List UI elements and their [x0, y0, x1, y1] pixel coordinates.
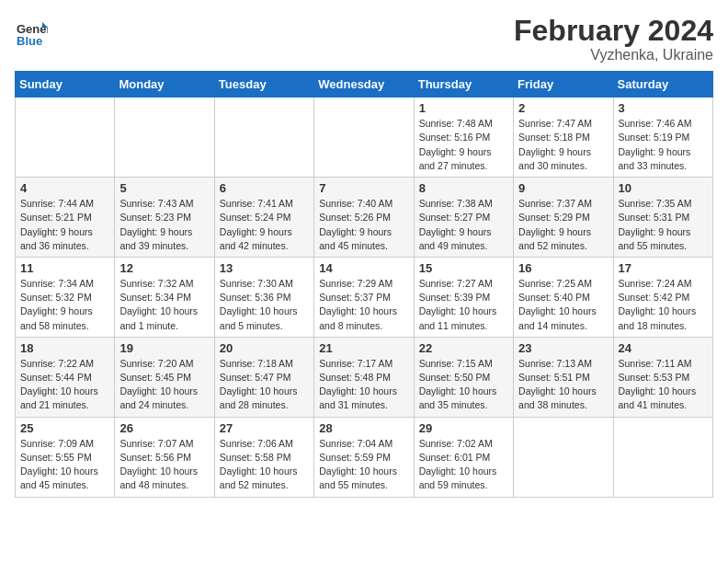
day-cell: 13Sunrise: 7:30 AM Sunset: 5:36 PM Dayli…: [214, 257, 313, 337]
day-cell: 2Sunrise: 7:47 AM Sunset: 5:18 PM Daylig…: [514, 98, 613, 178]
day-number: 19: [119, 341, 209, 355]
day-info: Sunrise: 7:34 AM Sunset: 5:32 PM Dayligh…: [20, 277, 109, 333]
weekday-wednesday: Wednesday: [314, 72, 414, 98]
day-cell: 11Sunrise: 7:34 AM Sunset: 5:32 PM Dayli…: [16, 257, 115, 337]
day-number: 9: [518, 181, 608, 195]
week-row-2: 4Sunrise: 7:44 AM Sunset: 5:21 PM Daylig…: [16, 178, 713, 258]
day-info: Sunrise: 7:24 AM Sunset: 5:42 PM Dayligh…: [619, 277, 708, 333]
day-info: Sunrise: 7:09 AM Sunset: 5:55 PM Dayligh…: [20, 437, 109, 493]
day-info: Sunrise: 7:22 AM Sunset: 5:44 PM Dayligh…: [20, 357, 109, 413]
day-number: 26: [119, 421, 209, 435]
day-number: 24: [619, 341, 708, 355]
day-number: 20: [220, 341, 309, 355]
day-info: Sunrise: 7:25 AM Sunset: 5:40 PM Dayligh…: [518, 277, 608, 333]
day-info: Sunrise: 7:27 AM Sunset: 5:39 PM Dayligh…: [419, 277, 508, 333]
day-info: Sunrise: 7:13 AM Sunset: 5:51 PM Dayligh…: [518, 357, 608, 413]
day-number: 18: [20, 341, 109, 355]
day-info: Sunrise: 7:02 AM Sunset: 6:01 PM Dayligh…: [419, 437, 508, 493]
weekday-saturday: Saturday: [613, 72, 712, 98]
day-info: Sunrise: 7:41 AM Sunset: 5:24 PM Dayligh…: [220, 197, 309, 253]
day-number: 16: [518, 261, 608, 275]
day-info: Sunrise: 7:44 AM Sunset: 5:21 PM Dayligh…: [20, 197, 109, 253]
day-number: 27: [220, 421, 309, 435]
day-cell: 1Sunrise: 7:48 AM Sunset: 5:16 PM Daylig…: [414, 98, 513, 178]
day-info: Sunrise: 7:18 AM Sunset: 5:47 PM Dayligh…: [220, 357, 309, 413]
weekday-thursday: Thursday: [414, 72, 513, 98]
day-number: 17: [619, 261, 708, 275]
day-number: 13: [220, 261, 309, 275]
day-info: Sunrise: 7:38 AM Sunset: 5:27 PM Dayligh…: [419, 197, 508, 253]
day-cell: 18Sunrise: 7:22 AM Sunset: 5:44 PM Dayli…: [16, 337, 115, 417]
day-cell: [613, 417, 712, 497]
day-number: 6: [220, 181, 309, 195]
day-cell: 9Sunrise: 7:37 AM Sunset: 5:29 PM Daylig…: [514, 178, 613, 258]
day-info: Sunrise: 7:35 AM Sunset: 5:31 PM Dayligh…: [619, 197, 708, 253]
day-cell: [514, 417, 613, 497]
day-info: Sunrise: 7:06 AM Sunset: 5:58 PM Dayligh…: [220, 437, 309, 493]
day-info: Sunrise: 7:37 AM Sunset: 5:29 PM Dayligh…: [518, 197, 608, 253]
week-row-4: 18Sunrise: 7:22 AM Sunset: 5:44 PM Dayli…: [16, 337, 713, 417]
calendar-body: 1Sunrise: 7:48 AM Sunset: 5:16 PM Daylig…: [16, 98, 713, 497]
day-cell: [314, 98, 414, 178]
week-row-5: 25Sunrise: 7:09 AM Sunset: 5:55 PM Dayli…: [16, 417, 713, 497]
day-cell: 3Sunrise: 7:46 AM Sunset: 5:19 PM Daylig…: [613, 98, 712, 178]
day-cell: 25Sunrise: 7:09 AM Sunset: 5:55 PM Dayli…: [16, 417, 115, 497]
week-row-1: 1Sunrise: 7:48 AM Sunset: 5:16 PM Daylig…: [16, 98, 713, 178]
day-cell: 28Sunrise: 7:04 AM Sunset: 5:59 PM Dayli…: [314, 417, 414, 497]
day-cell: 8Sunrise: 7:38 AM Sunset: 5:27 PM Daylig…: [414, 178, 513, 258]
day-cell: [16, 98, 115, 178]
day-number: 7: [319, 181, 408, 195]
day-number: 29: [419, 421, 508, 435]
day-cell: 21Sunrise: 7:17 AM Sunset: 5:48 PM Dayli…: [314, 337, 414, 417]
day-info: Sunrise: 7:20 AM Sunset: 5:45 PM Dayligh…: [119, 357, 209, 413]
day-cell: 26Sunrise: 7:07 AM Sunset: 5:56 PM Dayli…: [115, 417, 214, 497]
day-info: Sunrise: 7:17 AM Sunset: 5:48 PM Dayligh…: [319, 357, 408, 413]
day-info: Sunrise: 7:46 AM Sunset: 5:19 PM Dayligh…: [619, 117, 708, 173]
day-cell: 24Sunrise: 7:11 AM Sunset: 5:53 PM Dayli…: [613, 337, 712, 417]
day-cell: 6Sunrise: 7:41 AM Sunset: 5:24 PM Daylig…: [214, 178, 313, 258]
day-info: Sunrise: 7:15 AM Sunset: 5:50 PM Dayligh…: [419, 357, 508, 413]
day-number: 4: [20, 181, 109, 195]
day-cell: 19Sunrise: 7:20 AM Sunset: 5:45 PM Dayli…: [115, 337, 214, 417]
weekday-tuesday: Tuesday: [214, 72, 313, 98]
day-cell: 23Sunrise: 7:13 AM Sunset: 5:51 PM Dayli…: [514, 337, 613, 417]
day-info: Sunrise: 7:30 AM Sunset: 5:36 PM Dayligh…: [220, 277, 309, 333]
weekday-header-row: SundayMondayTuesdayWednesdayThursdayFrid…: [16, 72, 713, 98]
week-row-3: 11Sunrise: 7:34 AM Sunset: 5:32 PM Dayli…: [16, 257, 713, 337]
day-cell: 27Sunrise: 7:06 AM Sunset: 5:58 PM Dayli…: [214, 417, 313, 497]
day-info: Sunrise: 7:29 AM Sunset: 5:37 PM Dayligh…: [319, 277, 408, 333]
day-number: 8: [419, 181, 508, 195]
day-number: 5: [119, 181, 209, 195]
day-info: Sunrise: 7:47 AM Sunset: 5:18 PM Dayligh…: [518, 117, 608, 173]
day-number: 11: [20, 261, 109, 275]
day-info: Sunrise: 7:07 AM Sunset: 5:56 PM Dayligh…: [119, 437, 209, 493]
day-cell: 12Sunrise: 7:32 AM Sunset: 5:34 PM Dayli…: [115, 257, 214, 337]
day-number: 10: [619, 181, 708, 195]
day-number: 12: [119, 261, 209, 275]
day-number: 22: [419, 341, 508, 355]
day-number: 28: [319, 421, 408, 435]
day-number: 1: [419, 101, 508, 115]
title-block: February 2024 Vyzhenka, Ukraine: [514, 15, 713, 63]
page-header: General Blue February 2024 Vyzhenka, Ukr…: [15, 15, 713, 63]
day-info: Sunrise: 7:04 AM Sunset: 5:59 PM Dayligh…: [319, 437, 408, 493]
day-cell: 10Sunrise: 7:35 AM Sunset: 5:31 PM Dayli…: [613, 178, 712, 258]
logo-icon: General Blue: [15, 15, 48, 48]
day-cell: 5Sunrise: 7:43 AM Sunset: 5:23 PM Daylig…: [115, 178, 214, 258]
day-cell: 15Sunrise: 7:27 AM Sunset: 5:39 PM Dayli…: [414, 257, 513, 337]
svg-text:Blue: Blue: [17, 34, 42, 48]
calendar-subtitle: Vyzhenka, Ukraine: [514, 47, 713, 63]
day-number: 21: [319, 341, 408, 355]
weekday-monday: Monday: [115, 72, 214, 98]
day-number: 3: [619, 101, 708, 115]
calendar-table: SundayMondayTuesdayWednesdayThursdayFrid…: [15, 71, 713, 497]
day-number: 23: [518, 341, 608, 355]
day-cell: 14Sunrise: 7:29 AM Sunset: 5:37 PM Dayli…: [314, 257, 414, 337]
day-info: Sunrise: 7:32 AM Sunset: 5:34 PM Dayligh…: [119, 277, 209, 333]
day-info: Sunrise: 7:11 AM Sunset: 5:53 PM Dayligh…: [619, 357, 708, 413]
day-info: Sunrise: 7:48 AM Sunset: 5:16 PM Dayligh…: [419, 117, 508, 173]
weekday-friday: Friday: [514, 72, 613, 98]
day-cell: 16Sunrise: 7:25 AM Sunset: 5:40 PM Dayli…: [514, 257, 613, 337]
day-cell: 20Sunrise: 7:18 AM Sunset: 5:47 PM Dayli…: [214, 337, 313, 417]
day-cell: [115, 98, 214, 178]
